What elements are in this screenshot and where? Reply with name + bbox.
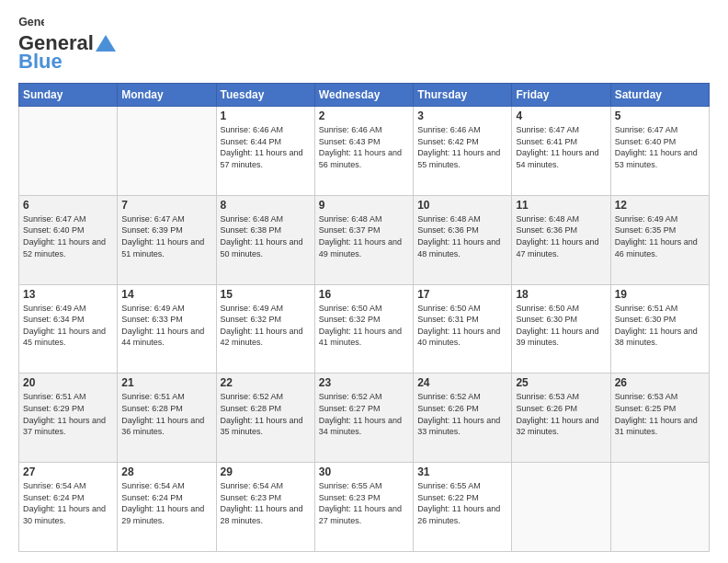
calendar-week-row: 13Sunrise: 6:49 AM Sunset: 6:34 PM Dayli…	[19, 284, 710, 373]
day-info: Sunrise: 6:48 AM Sunset: 6:36 PM Dayligh…	[516, 213, 606, 259]
calendar-day-cell: 20Sunrise: 6:51 AM Sunset: 6:29 PM Dayli…	[19, 373, 118, 463]
day-number: 7	[121, 199, 211, 212]
day-info: Sunrise: 6:54 AM Sunset: 6:24 PM Dayligh…	[23, 480, 113, 526]
day-info: Sunrise: 6:46 AM Sunset: 6:44 PM Dayligh…	[221, 124, 311, 170]
day-info: Sunrise: 6:47 AM Sunset: 6:39 PM Dayligh…	[121, 213, 211, 259]
logo-blue: Blue	[18, 50, 63, 74]
day-number: 17	[417, 288, 507, 301]
day-info: Sunrise: 6:51 AM Sunset: 6:29 PM Dayligh…	[23, 391, 113, 437]
day-number: 1	[221, 109, 311, 122]
day-number: 21	[121, 376, 211, 389]
svg-text:General: General	[18, 16, 44, 29]
header: General General Blue	[18, 15, 710, 74]
day-number: 19	[615, 288, 705, 301]
calendar-day-cell: 25Sunrise: 6:53 AM Sunset: 6:26 PM Dayli…	[512, 373, 610, 463]
calendar-day-cell: 30Sunrise: 6:55 AM Sunset: 6:23 PM Dayli…	[314, 463, 413, 552]
calendar-day-cell: 13Sunrise: 6:49 AM Sunset: 6:34 PM Dayli…	[19, 284, 118, 373]
day-number: 30	[319, 465, 409, 478]
calendar-week-row: 1Sunrise: 6:46 AM Sunset: 6:44 PM Daylig…	[19, 107, 710, 196]
day-info: Sunrise: 6:52 AM Sunset: 6:28 PM Dayligh…	[221, 391, 311, 437]
day-info: Sunrise: 6:55 AM Sunset: 6:22 PM Dayligh…	[417, 480, 507, 526]
day-number: 20	[23, 376, 113, 389]
calendar-week-row: 6Sunrise: 6:47 AM Sunset: 6:40 PM Daylig…	[19, 195, 710, 284]
calendar-day-cell: 11Sunrise: 6:48 AM Sunset: 6:36 PM Dayli…	[512, 195, 610, 284]
calendar-day-cell: 14Sunrise: 6:49 AM Sunset: 6:33 PM Dayli…	[118, 284, 216, 373]
day-info: Sunrise: 6:54 AM Sunset: 6:23 PM Dayligh…	[221, 480, 311, 526]
calendar-day-cell: 8Sunrise: 6:48 AM Sunset: 6:38 PM Daylig…	[216, 195, 314, 284]
calendar-day-cell	[19, 107, 118, 196]
day-info: Sunrise: 6:48 AM Sunset: 6:36 PM Dayligh…	[417, 213, 507, 259]
logo: General General Blue	[18, 15, 116, 74]
weekday-header-sunday: Sunday	[19, 84, 118, 107]
weekday-header-monday: Monday	[118, 84, 216, 107]
day-number: 2	[319, 109, 409, 122]
day-info: Sunrise: 6:49 AM Sunset: 6:35 PM Dayligh…	[615, 213, 705, 259]
day-info: Sunrise: 6:48 AM Sunset: 6:38 PM Dayligh…	[221, 213, 311, 259]
calendar-day-cell: 29Sunrise: 6:54 AM Sunset: 6:23 PM Dayli…	[216, 463, 314, 552]
calendar-day-cell	[610, 463, 709, 552]
day-info: Sunrise: 6:54 AM Sunset: 6:24 PM Dayligh…	[121, 480, 211, 526]
day-number: 27	[23, 465, 113, 478]
weekday-header-wednesday: Wednesday	[314, 84, 413, 107]
logo-triangle-icon	[96, 33, 116, 53]
calendar-day-cell: 24Sunrise: 6:52 AM Sunset: 6:26 PM Dayli…	[414, 373, 512, 463]
day-number: 3	[417, 109, 507, 122]
weekday-header-thursday: Thursday	[414, 84, 512, 107]
calendar-day-cell: 18Sunrise: 6:50 AM Sunset: 6:30 PM Dayli…	[512, 284, 610, 373]
day-number: 5	[615, 109, 705, 122]
weekday-header-friday: Friday	[512, 84, 610, 107]
day-number: 15	[221, 288, 311, 301]
calendar-day-cell: 31Sunrise: 6:55 AM Sunset: 6:22 PM Dayli…	[414, 463, 512, 552]
day-number: 24	[417, 376, 507, 389]
calendar-day-cell: 28Sunrise: 6:54 AM Sunset: 6:24 PM Dayli…	[118, 463, 216, 552]
calendar-day-cell	[118, 107, 216, 196]
day-info: Sunrise: 6:52 AM Sunset: 6:26 PM Dayligh…	[417, 391, 507, 437]
day-info: Sunrise: 6:50 AM Sunset: 6:32 PM Dayligh…	[319, 303, 409, 349]
day-number: 12	[615, 199, 705, 212]
calendar-day-cell: 10Sunrise: 6:48 AM Sunset: 6:36 PM Dayli…	[414, 195, 512, 284]
day-number: 13	[23, 288, 113, 301]
calendar-day-cell: 2Sunrise: 6:46 AM Sunset: 6:43 PM Daylig…	[314, 107, 413, 196]
calendar-day-cell: 4Sunrise: 6:47 AM Sunset: 6:41 PM Daylig…	[512, 107, 610, 196]
day-info: Sunrise: 6:49 AM Sunset: 6:33 PM Dayligh…	[121, 303, 211, 349]
day-number: 22	[221, 376, 311, 389]
day-info: Sunrise: 6:48 AM Sunset: 6:37 PM Dayligh…	[319, 213, 409, 259]
calendar-day-cell: 1Sunrise: 6:46 AM Sunset: 6:44 PM Daylig…	[216, 107, 314, 196]
day-info: Sunrise: 6:55 AM Sunset: 6:23 PM Dayligh…	[319, 480, 409, 526]
calendar-day-cell: 19Sunrise: 6:51 AM Sunset: 6:30 PM Dayli…	[610, 284, 709, 373]
logo-icon: General	[18, 15, 44, 31]
calendar-day-cell: 21Sunrise: 6:51 AM Sunset: 6:28 PM Dayli…	[118, 373, 216, 463]
day-info: Sunrise: 6:46 AM Sunset: 6:43 PM Dayligh…	[319, 124, 409, 170]
calendar-day-cell: 22Sunrise: 6:52 AM Sunset: 6:28 PM Dayli…	[216, 373, 314, 463]
weekday-header-tuesday: Tuesday	[216, 84, 314, 107]
calendar-day-cell: 6Sunrise: 6:47 AM Sunset: 6:40 PM Daylig…	[19, 195, 118, 284]
calendar-day-cell: 23Sunrise: 6:52 AM Sunset: 6:27 PM Dayli…	[314, 373, 413, 463]
day-number: 4	[516, 109, 606, 122]
weekday-header-saturday: Saturday	[610, 84, 709, 107]
day-number: 23	[319, 376, 409, 389]
day-info: Sunrise: 6:50 AM Sunset: 6:30 PM Dayligh…	[516, 303, 606, 349]
calendar-day-cell: 3Sunrise: 6:46 AM Sunset: 6:42 PM Daylig…	[414, 107, 512, 196]
day-number: 8	[221, 199, 311, 212]
day-number: 25	[516, 376, 606, 389]
day-number: 28	[121, 465, 211, 478]
day-number: 9	[319, 199, 409, 212]
day-number: 11	[516, 199, 606, 212]
day-number: 29	[221, 465, 311, 478]
day-info: Sunrise: 6:53 AM Sunset: 6:25 PM Dayligh…	[615, 391, 705, 437]
day-info: Sunrise: 6:49 AM Sunset: 6:32 PM Dayligh…	[221, 303, 311, 349]
day-info: Sunrise: 6:51 AM Sunset: 6:30 PM Dayligh…	[615, 303, 705, 349]
calendar-day-cell: 16Sunrise: 6:50 AM Sunset: 6:32 PM Dayli…	[314, 284, 413, 373]
calendar-day-cell: 9Sunrise: 6:48 AM Sunset: 6:37 PM Daylig…	[314, 195, 413, 284]
day-number: 6	[23, 199, 113, 212]
calendar-day-cell: 7Sunrise: 6:47 AM Sunset: 6:39 PM Daylig…	[118, 195, 216, 284]
calendar-day-cell: 12Sunrise: 6:49 AM Sunset: 6:35 PM Dayli…	[610, 195, 709, 284]
day-info: Sunrise: 6:47 AM Sunset: 6:40 PM Dayligh…	[615, 124, 705, 170]
calendar-week-row: 27Sunrise: 6:54 AM Sunset: 6:24 PM Dayli…	[19, 463, 710, 552]
svg-marker-1	[96, 35, 116, 52]
day-number: 14	[121, 288, 211, 301]
day-info: Sunrise: 6:49 AM Sunset: 6:34 PM Dayligh…	[23, 303, 113, 349]
calendar-day-cell	[512, 463, 610, 552]
day-number: 10	[417, 199, 507, 212]
calendar-day-cell: 15Sunrise: 6:49 AM Sunset: 6:32 PM Dayli…	[216, 284, 314, 373]
